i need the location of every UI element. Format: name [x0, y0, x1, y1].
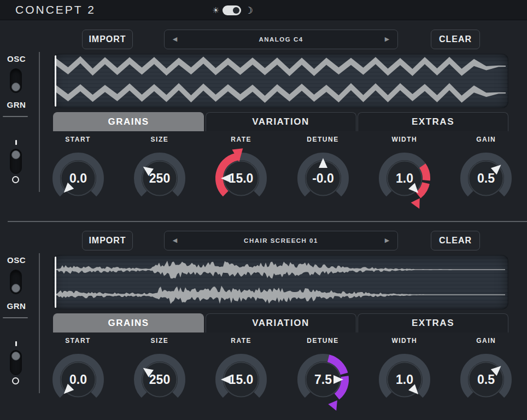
knob-value: 15.0 [229, 372, 254, 387]
toggle-thumb [11, 150, 20, 159]
osc-label: OSC [4, 54, 28, 63]
sun-icon: ☀ [212, 5, 219, 15]
tab-grains[interactable]: GRAINS [53, 112, 204, 131]
knob-control[interactable]: 0.0 [44, 346, 112, 413]
knob-control[interactable]: 250 [126, 346, 194, 413]
toggle-thumb [11, 284, 20, 293]
knob-control[interactable]: 250 [126, 144, 194, 212]
toggle-thumb [11, 83, 20, 91]
plugin-window: CONCEPT 2 ☀ ☽ IMPORT ◀ ANALOG C4 ▶ CLEAR… [0, 0, 527, 420]
knob-row: START0.0SIZE250RATE15.0DETUNE7.5WIDTH1.0… [37, 337, 527, 413]
knob-control[interactable]: 1.0 [371, 346, 438, 413]
theme-toggle-thumb [233, 7, 239, 14]
toggle-thumb [11, 352, 20, 360]
import-button[interactable]: IMPORT [82, 30, 133, 49]
osc-grn-toggle[interactable] [10, 270, 22, 294]
playhead [55, 256, 56, 308]
clear-button[interactable]: CLEAR [431, 231, 480, 250]
knob-label: RATE [231, 136, 251, 143]
knob-label: DETUNE [307, 337, 338, 345]
sidebar-divider [3, 116, 28, 117]
knob-control[interactable]: 7.5 [289, 346, 357, 413]
moon-icon: ☽ [244, 5, 253, 16]
knob-row: START0.0SIZE250RATE15.0DETUNE-0.0WIDTH1.… [37, 136, 527, 212]
power-on-icon [15, 140, 17, 145]
mode-sidebar: OSC GRN [4, 20, 28, 201]
knob-label: RATE [231, 337, 251, 345]
knob-value: 0.0 [69, 171, 87, 185]
next-sample-icon[interactable]: ▶ [379, 30, 395, 48]
knob-width[interactable]: WIDTH1.0 [364, 337, 445, 413]
knob-control[interactable]: 15.0 [207, 144, 275, 212]
oscillator-section-2: IMPORT ◀ CHAIR SCREECH 01 ▶ CLEAR OSC GR… [0, 221, 527, 420]
knob-size[interactable]: SIZE250 [119, 337, 200, 413]
power-off-icon [12, 377, 19, 384]
knob-value: 1.0 [396, 171, 413, 185]
knob-gain[interactable]: GAIN0.5 [445, 136, 526, 212]
tab-row: GRAINS VARIATION EXTRAS [53, 313, 508, 332]
knob-width[interactable]: WIDTH1.0 [364, 136, 445, 212]
knob-label: GAIN [476, 136, 496, 143]
knob-rate[interactable]: RATE15.0 [201, 337, 282, 413]
knob-control[interactable]: 0.0 [44, 144, 112, 212]
knob-control[interactable]: 0.5 [452, 144, 520, 212]
knob-value: 250 [149, 372, 170, 387]
power-toggle[interactable] [10, 149, 22, 174]
knob-start[interactable]: START0.0 [37, 337, 119, 413]
knob-label: START [65, 136, 91, 143]
knob-control[interactable]: 15.0 [207, 346, 275, 413]
knob-value: 250 [149, 171, 170, 185]
power-off-icon [12, 176, 19, 183]
theme-toggle[interactable] [222, 5, 241, 15]
knob-value: 0.5 [477, 171, 495, 185]
knob-start[interactable]: START0.0 [37, 136, 119, 212]
title-bar: CONCEPT 2 ☀ ☽ [0, 0, 527, 20]
tab-extras[interactable]: EXTRAS [358, 112, 508, 131]
knob-value: -0.0 [312, 171, 334, 185]
knob-label: SIZE [151, 337, 169, 345]
knob-gain[interactable]: GAIN0.5 [445, 337, 526, 413]
knob-value: 7.5 [314, 372, 332, 387]
tab-row: GRAINS VARIATION EXTRAS [53, 112, 508, 131]
osc-label: OSC [4, 255, 28, 265]
tab-grains[interactable]: GRAINS [53, 313, 204, 332]
tab-extras[interactable]: EXTRAS [358, 313, 508, 332]
theme-switcher: ☀ ☽ [212, 0, 253, 20]
next-sample-icon[interactable]: ▶ [379, 231, 395, 249]
knob-label: SIZE [151, 136, 169, 143]
sidebar-divider [3, 317, 28, 318]
waveform-display[interactable] [53, 54, 508, 108]
knob-label: WIDTH [391, 136, 417, 143]
knob-label: DETUNE [307, 136, 338, 143]
power-toggle[interactable] [10, 350, 22, 375]
mode-sidebar: OSC GRN [4, 221, 28, 402]
knob-label: GAIN [476, 337, 496, 345]
knob-size[interactable]: SIZE250 [119, 136, 200, 212]
sample-selector[interactable]: ◀ ANALOG C4 ▶ [164, 30, 398, 49]
knob-detune[interactable]: DETUNE-0.0 [282, 136, 364, 212]
power-on-icon [15, 341, 17, 346]
grn-label: GRN [4, 100, 28, 109]
knob-control[interactable]: -0.0 [289, 144, 357, 212]
app-logo: CONCEPT 2 [15, 3, 96, 16]
knob-label: WIDTH [391, 337, 417, 345]
tab-variation[interactable]: VARIATION [206, 112, 356, 131]
knob-control[interactable]: 1.0 [371, 144, 438, 212]
knob-detune[interactable]: DETUNE7.5 [282, 337, 364, 413]
oscillator-section-1: IMPORT ◀ ANALOG C4 ▶ CLEAR OSC GRN GRAIN… [0, 20, 527, 221]
knob-rate[interactable]: RATE15.0 [201, 136, 282, 212]
import-button[interactable]: IMPORT [82, 231, 133, 250]
grn-label: GRN [4, 301, 28, 311]
osc-grn-toggle[interactable] [10, 68, 22, 93]
waveform-display[interactable] [53, 255, 508, 310]
knob-value: 0.5 [477, 372, 495, 387]
knob-value: 0.0 [69, 372, 87, 387]
sample-name: CHAIR SCREECH 01 [165, 237, 397, 244]
knob-control[interactable]: 0.5 [452, 346, 520, 413]
sample-name: ANALOG C4 [165, 36, 397, 43]
sample-selector[interactable]: ◀ CHAIR SCREECH 01 ▶ [164, 231, 398, 250]
knob-label: START [65, 337, 91, 345]
playhead [55, 55, 56, 107]
tab-variation[interactable]: VARIATION [206, 313, 356, 332]
clear-button[interactable]: CLEAR [431, 30, 480, 49]
